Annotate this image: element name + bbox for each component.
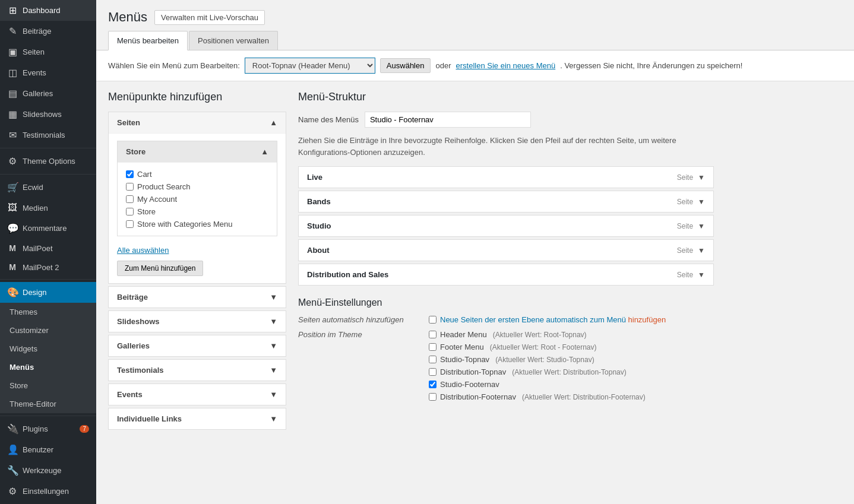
sidebar-item-mailpoet2[interactable]: M MailPoet 2 [0, 258, 96, 277]
checkbox-store-categories-input[interactable] [126, 220, 134, 228]
auto-add-checkbox[interactable] [429, 316, 437, 324]
sidebar-item-events[interactable]: ◫ Events [0, 62, 96, 83]
accordion-testimonials-arrow: ▼ [270, 366, 277, 375]
sidebar-item-beitrage[interactable]: ✎ Beiträge [0, 21, 96, 42]
store-sub-header[interactable]: Store ▲ [118, 141, 277, 162]
accordion-individuelle-links-header[interactable]: Individuelle Links ▼ [109, 408, 286, 429]
create-menu-link[interactable]: erstellen Sie ein neues Menü [456, 61, 556, 70]
menu-item-live-arrow[interactable]: ▼ [698, 173, 705, 182]
beitrage-icon: ✎ [7, 26, 18, 37]
position-footer-menu-row[interactable]: Footer Menu (Aktueller Wert: Root - Foot… [429, 343, 646, 351]
sidebar-item-kommentare[interactable]: 💬 Kommentare [0, 218, 96, 239]
sidebar-item-einstellungen[interactable]: ⚙ Einstellungen [0, 481, 96, 502]
checkbox-cart-input[interactable] [126, 170, 134, 178]
sidebar-item-dashboard[interactable]: ⊞ Dashboard [0, 0, 96, 21]
menu-item-about: About Seite ▼ [298, 239, 714, 261]
checkbox-my-account-input[interactable] [126, 195, 134, 203]
sidebar-item-store-sub[interactable]: Store [0, 376, 96, 395]
menu-item-studio-arrow[interactable]: ▼ [698, 222, 705, 230]
settings-position-value: Header Menu (Aktueller Wert: Root-Topnav… [429, 330, 646, 401]
position-studio-footernav-row[interactable]: Studio-Footernav [429, 380, 646, 389]
sidebar-item-theme-options[interactable]: ⚙ Theme Options [0, 151, 96, 172]
checkbox-cart[interactable]: Cart [126, 170, 268, 179]
sidebar-item-design[interactable]: 🎨 Design [0, 282, 96, 303]
position-distribution-footernav-row[interactable]: Distribution-Footernav (Aktueller Wert: … [429, 392, 646, 401]
sidebar-item-label: Dashboard [23, 6, 61, 15]
select-all-link[interactable]: Alle auswählen [117, 246, 169, 255]
auswahlen-button[interactable]: Auswählen [380, 58, 431, 73]
sidebar-item-label: Testimonials [23, 131, 65, 140]
position-distribution-topnav-checkbox[interactable] [429, 368, 437, 376]
sidebar-item-customizer[interactable]: Customizer [0, 321, 96, 340]
menu-item-bands-label: Bands [307, 197, 331, 206]
manage-preview-button[interactable]: Verwalten mit Live-Vorschau [154, 10, 265, 25]
position-header-menu-label: Header Menu [440, 330, 487, 339]
sidebar-item-galleries[interactable]: ▤ Galleries [0, 83, 96, 104]
position-studio-topnav-row[interactable]: Studio-Topnav (Aktueller Wert: Studio-To… [429, 355, 646, 364]
menu-item-about-arrow[interactable]: ▼ [698, 246, 705, 255]
left-panel-title: Menüpunkte hinzufügen [108, 91, 286, 103]
checkbox-my-account[interactable]: My Account [126, 195, 268, 204]
sidebar-item-label: Design [23, 288, 46, 297]
add-to-menu-button[interactable]: Zum Menü hinzufügen [117, 261, 203, 276]
position-header-menu-checkbox[interactable] [429, 331, 437, 338]
position-studio-topnav-label: Studio-Topnav [440, 355, 489, 364]
checkbox-my-account-label: My Account [137, 195, 177, 204]
sidebar-item-medien[interactable]: 🖼 Medien [0, 198, 96, 218]
tab-bearbeiten[interactable]: Menüs bearbeiten [108, 31, 188, 50]
sidebar-item-testimonials[interactable]: ✉ Testimonials [0, 125, 96, 145]
accordion-testimonials-header[interactable]: Testimonials ▼ [109, 360, 286, 381]
sidebar-item-seo[interactable]: ◈ SEO 1 [0, 502, 96, 504]
sidebar-item-menus[interactable]: Menüs [0, 358, 96, 376]
drag-hint: Ziehen Sie die Einträge in Ihre bevorzug… [298, 135, 714, 158]
position-header-menu-row[interactable]: Header Menu (Aktueller Wert: Root-Topnav… [429, 330, 646, 339]
position-studio-footernav-checkbox[interactable] [429, 381, 437, 388]
sidebar-item-plugins[interactable]: 🔌 Plugins 7 [0, 419, 96, 439]
menu-item-distribution-arrow[interactable]: ▼ [698, 271, 705, 279]
sidebar-item-seiten[interactable]: ▣ Seiten [0, 42, 96, 62]
accordion-individuelle-links-arrow: ▼ [270, 414, 277, 423]
menu-item-studio: Studio Seite ▼ [298, 215, 714, 237]
sidebar-item-mailpoet[interactable]: M MailPoet [0, 239, 96, 258]
auto-add-checkbox-row[interactable]: Neue Seiten der ersten Ebene automatisch… [429, 315, 666, 324]
checkbox-product-search-input[interactable] [126, 183, 134, 191]
sidebar-item-themes[interactable]: Themes [0, 303, 96, 321]
checkbox-product-search[interactable]: Product Search [126, 182, 268, 191]
separator-3 [0, 279, 96, 280]
sidebar-item-slideshows[interactable]: ▦ Slideshows [0, 104, 96, 125]
position-distribution-footernav-checkbox[interactable] [429, 393, 437, 401]
menu-name-row: Name des Menüs [298, 112, 842, 128]
sidebar-item-label: Customizer [10, 326, 49, 335]
sidebar-item-werkzeuge[interactable]: 🔧 Werkzeuge [0, 460, 96, 481]
store-sub-accordion: Store ▲ Cart Product [117, 141, 277, 236]
right-panel: Menü-Struktur Name des Menüs Ziehen Sie … [298, 91, 842, 432]
checkbox-store-input[interactable] [126, 208, 134, 215]
accordion-galleries-label: Galleries [117, 341, 150, 350]
position-footer-menu-checkbox[interactable] [429, 343, 437, 351]
accordion-galleries-header[interactable]: Galleries ▼ [109, 335, 286, 356]
sidebar-item-label: Kommentare [23, 224, 67, 233]
sidebar-item-label: Werkzeuge [23, 466, 62, 475]
sidebar-item-ecwid[interactable]: 🛒 Ecwid [0, 177, 96, 198]
checkbox-store[interactable]: Store [126, 207, 268, 216]
tab-positionen[interactable]: Positionen verwalten [189, 31, 278, 50]
accordion-seiten-header[interactable]: Seiten ▲ [109, 112, 286, 133]
accordion-testimonials: Testimonials ▼ [108, 359, 286, 381]
left-panel: Menüpunkte hinzufügen Seiten ▲ Store ▲ [108, 91, 286, 432]
menu-select-dropdown[interactable]: Root-Topnav (Header Menu) Studio - Foote… [245, 58, 375, 74]
menu-item-bands-arrow[interactable]: ▼ [698, 198, 705, 206]
position-distribution-topnav-row[interactable]: Distribution-Topnav (Aktueller Wert: Dis… [429, 367, 646, 376]
sidebar-item-label: Galleries [23, 89, 53, 98]
sidebar-item-benutzer[interactable]: 👤 Benutzer [0, 439, 96, 460]
accordion-events-arrow: ▼ [270, 390, 277, 399]
sidebar-item-theme-editor[interactable]: Theme-Editor [0, 395, 96, 413]
sidebar-item-widgets[interactable]: Widgets [0, 340, 96, 358]
slideshows-icon: ▦ [7, 109, 18, 120]
checkbox-store-categories[interactable]: Store with Categories Menu [126, 220, 268, 229]
menu-name-input[interactable] [365, 112, 531, 128]
accordion-events-header[interactable]: Events ▼ [109, 384, 286, 405]
menu-item-distribution-label: Distribution and Sales [307, 270, 388, 279]
position-studio-topnav-checkbox[interactable] [429, 356, 437, 363]
accordion-beitrage-header[interactable]: Beiträge ▼ [109, 287, 286, 308]
accordion-slideshows-header[interactable]: Slideshows ▼ [109, 311, 286, 332]
